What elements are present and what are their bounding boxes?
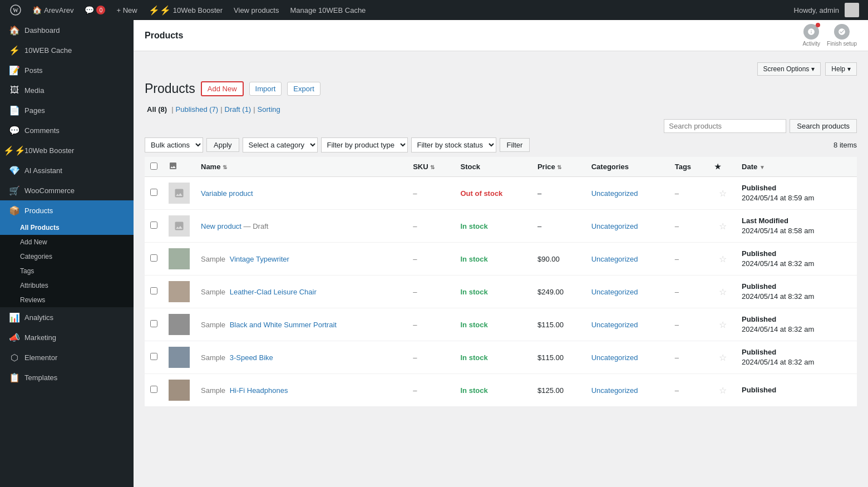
adminbar-wp-logo[interactable]: W [4,0,27,20]
product-thumbnail [169,347,190,368]
product-thumbnail-placeholder [169,215,190,237]
tab-sorting[interactable]: Sorting [258,105,280,114]
sidebar-item-media[interactable]: 🖼 Media [0,80,134,100]
stock-status-select[interactable]: Filter by stock status [411,137,496,153]
th-name[interactable]: Name ⇅ [195,157,407,177]
row-checkbox[interactable] [150,287,157,294]
sidebar-item-woocommerce[interactable]: 🛒 WooCommerce [0,180,134,200]
product-type-select[interactable]: Filter by product type [321,137,408,153]
product-category-link[interactable]: Uncategorized [591,255,638,263]
th-image [163,157,195,177]
featured-star-icon[interactable]: ☆ [719,222,727,231]
select-all-checkbox[interactable] [150,163,157,170]
tab-all[interactable]: All (8) [147,105,167,114]
row-checkbox[interactable] [150,353,157,360]
sidebar-item-tags[interactable]: Tags [0,264,134,278]
product-category-link[interactable]: Uncategorized [591,288,638,296]
search-button[interactable]: Search products [790,119,857,133]
tab-published[interactable]: Published (7) [176,105,219,114]
table-row: Sample Leather-Clad Leisure Chair–In sto… [145,276,857,308]
date-status: Published [742,315,776,323]
adminbar-home[interactable]: 🏠 ArevArev [27,0,79,20]
row-checkbox[interactable] [150,222,157,229]
sidebar-item-marketing[interactable]: 📣 Marketing [0,327,134,347]
date-value: 2024/05/14 at 8:32 am [742,259,814,268]
search-input[interactable] [664,119,786,133]
featured-star-icon[interactable]: ☆ [719,254,727,264]
comment-count-badge: 0 [96,6,105,14]
dashboard-icon: 🏠 [9,24,20,36]
ai-icon: 💎 [9,165,20,176]
product-category-link[interactable]: Uncategorized [591,353,638,362]
category-select[interactable]: Select a category [243,137,318,153]
product-category-link[interactable]: Uncategorized [591,321,638,329]
featured-star-icon[interactable]: ☆ [719,320,727,329]
th-price[interactable]: Price ⇅ [532,157,586,177]
screen-options-button[interactable]: Screen Options ▾ [757,62,821,76]
filter-button[interactable]: Filter [500,138,530,152]
row-checkbox[interactable] [150,386,157,393]
product-category-link[interactable]: Uncategorized [591,222,638,230]
product-name-link[interactable]: Variable product [201,189,253,198]
th-categories: Categories [586,157,669,177]
product-thumbnail [169,314,190,335]
product-category-link[interactable]: Uncategorized [591,189,638,198]
product-name-link[interactable]: Hi-Fi Headphones [230,386,288,395]
sidebar-item-templates[interactable]: 📋 Templates [0,367,134,387]
product-name-link[interactable]: New product [201,222,241,230]
featured-star-icon[interactable]: ☆ [719,353,727,362]
th-sku[interactable]: SKU ⇅ [407,157,455,177]
sidebar-item-products[interactable]: 📦 Products [0,200,134,220]
product-name-link[interactable]: 3-Speed Bike [230,353,273,362]
adminbar-manage-cache[interactable]: Manage 10WEB Cache [284,0,371,20]
main-content: Products Activity Finish setup [134,20,868,487]
row-checkbox[interactable] [150,189,157,196]
product-name-link[interactable]: Black and White Summer Portrait [230,321,337,329]
row-checkbox[interactable] [150,254,157,262]
sidebar-item-comments[interactable]: 💬 Comments [0,120,134,140]
sidebar-item-dashboard[interactable]: 🏠 Dashboard [0,20,134,40]
product-name-link[interactable]: Vintage Typewriter [230,255,289,263]
adminbar-comments[interactable]: 💬 0 [79,0,111,20]
date-status: Last Modified [742,217,788,225]
page-title: Products [145,81,195,96]
featured-star-icon[interactable]: ☆ [719,386,727,395]
help-button[interactable]: Help ▾ [825,62,857,76]
product-name-link[interactable]: Leather-Clad Leisure Chair [230,288,317,296]
sidebar-item-10web-booster[interactable]: ⚡⚡ 10Web Booster [0,140,134,160]
th-checkbox [145,157,163,177]
sidebar-item-elementor[interactable]: ⬡ Elementor [0,347,134,367]
sidebar-item-ai-assistant[interactable]: 💎 AI Assistant [0,160,134,180]
sidebar-item-pages[interactable]: 📄 Pages [0,100,134,120]
export-button[interactable]: Export [287,82,320,96]
apply-button[interactable]: Apply [206,138,239,152]
tab-draft[interactable]: Draft (1) [225,105,251,114]
sidebar-item-categories[interactable]: Categories [0,249,134,264]
filter-row: Bulk actions Apply Select a category Fil… [145,137,857,153]
sidebar-item-add-new[interactable]: Add New [0,235,134,249]
stock-status: In stock [461,255,488,263]
sidebar-item-reviews[interactable]: Reviews [0,293,134,307]
date-status: Published [742,184,776,192]
add-new-button[interactable]: Add New [201,81,244,96]
featured-star-icon[interactable]: ☆ [719,287,727,297]
finish-setup-button[interactable]: Finish setup [827,24,857,47]
sidebar-item-analytics[interactable]: 📊 Analytics [0,307,134,327]
sidebar-item-posts[interactable]: 📝 Posts [0,60,134,80]
row-checkbox[interactable] [150,320,157,327]
th-date[interactable]: Date ▼ [736,157,857,177]
date-sort-icon: ▼ [760,164,765,170]
adminbar-view-products[interactable]: View products [228,0,284,20]
sidebar-item-10web-cache[interactable]: ⚡ 10WEB Cache [0,40,134,60]
featured-star-icon[interactable]: ☆ [719,189,727,198]
adminbar-booster[interactable]: ⚡⚡ 10Web Booster [143,0,228,20]
sidebar-item-attributes[interactable]: Attributes [0,278,134,293]
date-value: 2024/05/14 at 8:32 am [742,292,814,301]
import-button[interactable]: Import [249,82,282,96]
adminbar-new[interactable]: + New [111,0,142,20]
product-category-link[interactable]: Uncategorized [591,386,638,395]
bulk-actions-select[interactable]: Bulk actions [145,137,203,153]
analytics-icon: 📊 [9,312,20,323]
sidebar-item-all-products[interactable]: All Products [0,220,134,235]
activity-button[interactable]: Activity [802,24,820,47]
